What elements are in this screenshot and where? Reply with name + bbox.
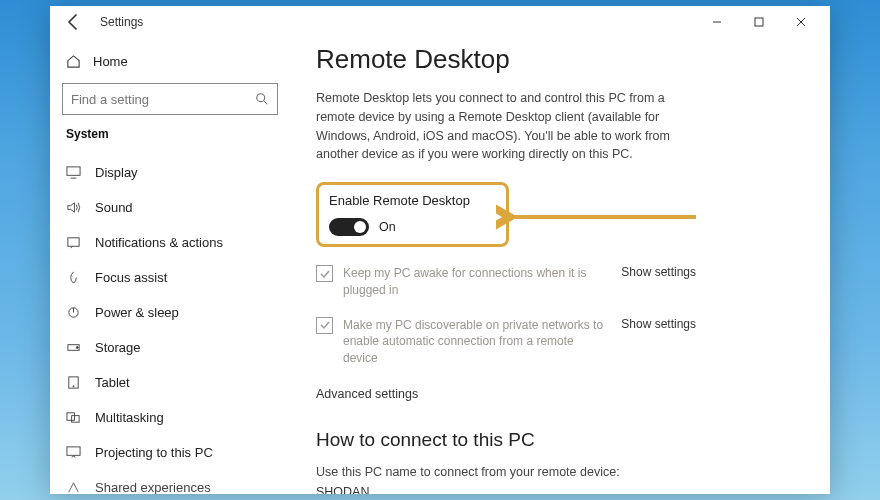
annotation-arrow-icon	[496, 204, 706, 230]
discoverable-row: Make my PC discoverable on private netwo…	[316, 317, 696, 367]
main-content: Remote Desktop Remote Desktop lets you c…	[290, 38, 830, 494]
svg-rect-3	[68, 238, 79, 246]
back-button[interactable]	[64, 12, 84, 32]
enable-remote-desktop-label: Enable Remote Desktop	[329, 193, 470, 208]
sound-icon	[66, 200, 81, 215]
sidebar-item-multitasking[interactable]: Multitasking	[58, 400, 282, 435]
svg-rect-11	[67, 447, 80, 455]
maximize-icon	[754, 17, 764, 27]
sidebar-item-label: Notifications & actions	[95, 235, 223, 250]
maximize-button[interactable]	[738, 7, 780, 37]
tablet-icon	[66, 375, 81, 390]
advanced-settings-link[interactable]: Advanced settings	[316, 387, 804, 401]
sidebar-item-sound[interactable]: Sound	[58, 190, 282, 225]
sidebar-item-focus-assist[interactable]: Focus assist	[58, 260, 282, 295]
sidebar-item-tablet[interactable]: Tablet	[58, 365, 282, 400]
storage-icon	[66, 340, 81, 355]
home-icon	[66, 54, 81, 69]
sidebar-item-label: Tablet	[95, 375, 130, 390]
check-icon	[319, 319, 331, 331]
minimize-button[interactable]	[696, 7, 738, 37]
settings-window: Settings Home System Display	[50, 6, 830, 494]
pc-name: SHODAN	[316, 485, 804, 494]
display-icon	[66, 165, 81, 180]
sidebar-item-label: Sound	[95, 200, 133, 215]
keep-awake-checkbox[interactable]	[316, 265, 333, 282]
svg-rect-9	[67, 413, 75, 421]
search-icon	[255, 92, 269, 106]
svg-rect-10	[72, 416, 80, 423]
toggle-state-label: On	[379, 220, 396, 234]
sidebar-item-notifications[interactable]: Notifications & actions	[58, 225, 282, 260]
sidebar-item-shared-exp[interactable]: Shared experiences	[58, 470, 282, 494]
discoverable-text: Make my PC discoverable on private netwo…	[343, 317, 611, 367]
keep-awake-row: Keep my PC awake for connections when it…	[316, 265, 696, 299]
sidebar-item-label: Projecting to this PC	[95, 445, 213, 460]
sidebar-item-projecting[interactable]: Projecting to this PC	[58, 435, 282, 470]
svg-point-8	[73, 386, 74, 387]
power-icon	[66, 305, 81, 320]
svg-point-1	[257, 94, 265, 102]
sidebar-item-power-sleep[interactable]: Power & sleep	[58, 295, 282, 330]
multitasking-icon	[66, 410, 81, 425]
page-title: Remote Desktop	[316, 44, 804, 75]
window-title: Settings	[100, 15, 143, 29]
shared-exp-icon	[66, 480, 81, 494]
search-input[interactable]	[71, 92, 255, 107]
notifications-icon	[66, 235, 81, 250]
sidebar-item-label: Shared experiences	[95, 480, 211, 494]
sidebar-item-label: Focus assist	[95, 270, 167, 285]
focus-assist-icon	[66, 270, 81, 285]
sidebar-item-label: Display	[95, 165, 138, 180]
discoverable-checkbox[interactable]	[316, 317, 333, 334]
close-button[interactable]	[780, 7, 822, 37]
titlebar: Settings	[50, 6, 830, 38]
show-settings-link-2[interactable]: Show settings	[621, 317, 696, 331]
keep-awake-text: Keep my PC awake for connections when it…	[343, 265, 611, 299]
minimize-icon	[712, 17, 722, 27]
sidebar-home-label: Home	[93, 54, 128, 69]
sidebar-item-label: Storage	[95, 340, 141, 355]
search-box[interactable]	[62, 83, 278, 115]
description-text: Remote Desktop lets you connect to and c…	[316, 89, 676, 164]
sidebar-item-label: Power & sleep	[95, 305, 179, 320]
sidebar-item-label: Multitasking	[95, 410, 164, 425]
toggle-knob-icon	[354, 221, 366, 233]
projecting-icon	[66, 445, 81, 460]
sidebar-item-display[interactable]: Display	[58, 155, 282, 190]
sidebar-nav: Display Sound Notifications & actions Fo…	[58, 155, 282, 494]
connect-heading: How to connect to this PC	[316, 429, 804, 451]
back-arrow-icon	[64, 12, 84, 32]
enable-remote-desktop-highlight: Enable Remote Desktop On	[316, 182, 509, 247]
sidebar-home[interactable]: Home	[58, 48, 282, 75]
sidebar-item-storage[interactable]: Storage	[58, 330, 282, 365]
check-icon	[319, 268, 331, 280]
svg-rect-2	[67, 167, 80, 175]
show-settings-link-1[interactable]: Show settings	[621, 265, 696, 279]
enable-remote-desktop-toggle[interactable]	[329, 218, 369, 236]
svg-rect-0	[755, 18, 763, 26]
svg-point-6	[76, 347, 78, 349]
sidebar-section-label: System	[66, 127, 274, 141]
connect-sub-label: Use this PC name to connect from your re…	[316, 465, 804, 479]
close-icon	[796, 17, 806, 27]
sidebar: Home System Display Sound Notifications	[50, 38, 290, 494]
